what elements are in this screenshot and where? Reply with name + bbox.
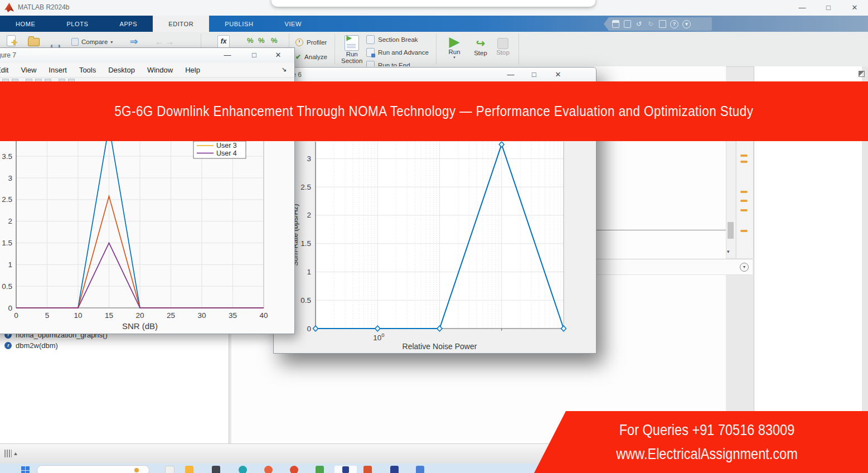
run-button[interactable]: ▶ Run ▾ (443, 34, 465, 60)
ribbon-separator (334, 33, 335, 64)
y-tick-label: 0 (307, 325, 311, 333)
run-and-advance-button[interactable]: Run and Advance (366, 48, 429, 57)
wrap-comments-icon[interactable]: % (271, 36, 278, 45)
taskbar-app-orange[interactable] (264, 466, 273, 473)
editor-scrollbar[interactable] (726, 141, 735, 258)
figure7-close-button[interactable]: ✕ (270, 49, 287, 61)
taskbar-matlab-app[interactable] (390, 466, 399, 473)
x-tick-label: 40 (259, 311, 268, 320)
uncomment-icon[interactable]: % (258, 36, 265, 45)
menu-help[interactable]: Help (185, 66, 200, 74)
legend-label: User 3 (216, 142, 237, 149)
menu-view[interactable]: View (21, 66, 36, 74)
figure6-maximize-button[interactable]: □ (526, 69, 542, 81)
dock-icon[interactable] (859, 71, 865, 77)
figure6-chart: 00.511.522.53100Relative Noise PowerSum-… (274, 142, 596, 353)
menu-window[interactable]: Window (147, 66, 173, 74)
taskbar-active-app[interactable] (334, 466, 357, 473)
taskbar-start[interactable] (21, 466, 30, 473)
status-grip-icon[interactable] (4, 450, 12, 457)
tab-plots[interactable]: PLOTS (51, 16, 104, 32)
back-icon[interactable]: ← (155, 37, 163, 46)
quick-dropdown-icon[interactable]: ▾ (682, 20, 691, 28)
taskbar-app-teal[interactable] (239, 466, 247, 473)
taskbar-app-green[interactable] (316, 466, 324, 473)
profiler-button[interactable]: Profiler (295, 38, 327, 46)
analyzer-mark[interactable] (740, 155, 748, 157)
tab-view[interactable]: VIEW (269, 16, 317, 32)
menu-edit[interactable]: Edit (0, 66, 8, 74)
stop-icon (497, 38, 508, 49)
taskbar-file-explorer[interactable] (185, 466, 193, 473)
open-button[interactable] (28, 38, 40, 46)
collapse-pane-icon[interactable]: ▾ (740, 263, 749, 272)
analyzer-mark[interactable] (740, 200, 748, 202)
profiler-icon (295, 38, 303, 46)
tab-home[interactable]: HOME (0, 16, 51, 32)
figure6-close-button[interactable]: ✕ (550, 69, 566, 81)
figure7-minimize-button[interactable]: — (219, 49, 236, 61)
undo-icon[interactable]: ↺ (635, 20, 643, 28)
figure7-maximize-button[interactable]: □ (246, 49, 263, 61)
tab-publish[interactable]: PUBLISH (209, 16, 269, 32)
contact-phone: For Queries +91 70516 83009 (594, 421, 819, 439)
analyzer-mark[interactable] (740, 161, 748, 163)
analyzer-mark[interactable] (740, 230, 748, 232)
menu-overflow-icon[interactable]: ↘ (282, 66, 287, 73)
compare-button[interactable]: Compare ▾ (71, 38, 113, 46)
minimize-button[interactable]: — (793, 1, 812, 15)
insert-function-icon[interactable]: fx (217, 35, 230, 49)
window-layout-icon[interactable] (658, 20, 666, 28)
menu-desktop[interactable]: Desktop (108, 66, 135, 74)
tab-editor[interactable]: EDITOR (153, 16, 209, 32)
x-tick-label: 10 (74, 311, 82, 320)
taskbar-app-dark[interactable] (212, 466, 220, 473)
figure6-titlebar[interactable]: Figure 6 — □ ✕ (274, 67, 596, 83)
maximize-button[interactable]: □ (819, 1, 838, 15)
taskbar-search-pill[interactable] (37, 465, 149, 473)
help-icon[interactable]: ? (670, 20, 678, 28)
step-button[interactable]: ↪ Step (470, 37, 491, 56)
stop-button[interactable]: Stop (493, 38, 513, 56)
redo-icon[interactable]: ↻ (647, 20, 654, 28)
y-tick-label: 2 (8, 217, 12, 225)
function-icon: f (4, 342, 12, 349)
analyzer-mark[interactable] (740, 209, 748, 211)
taskbar-app-dots-red[interactable] (363, 466, 372, 473)
menu-insert[interactable]: Insert (49, 66, 67, 74)
contact-website: www.ElectricalAssignment.com (594, 445, 819, 463)
title-banner: 5G-6G Downlink Enhancement Through NOMA … (0, 81, 868, 141)
section-break-button[interactable]: Section Break (366, 35, 418, 44)
figure7-titlebar[interactable]: Figure 7 — □ ✕ (0, 48, 294, 64)
list-item[interactable]: fdbm2w(dbm) (4, 341, 58, 350)
figure7-title: Figure 7 (0, 51, 16, 59)
ribbon-shape (534, 411, 868, 473)
comment-icon[interactable]: % (247, 36, 254, 45)
legend-label: User 4 (216, 149, 237, 157)
menu-tools[interactable]: Tools (79, 66, 96, 74)
ribbon-tabs: HOMEPLOTSAPPSEDITORPUBLISHVIEW (0, 16, 317, 32)
tab-apps[interactable]: APPS (104, 16, 153, 32)
forward-icon[interactable]: → (166, 37, 174, 46)
scrollbar-thumb[interactable] (728, 222, 734, 239)
analyzer-mark[interactable] (740, 191, 748, 193)
figure6-minimize-button[interactable]: — (502, 69, 519, 81)
x-tick-label: 0 (14, 311, 18, 320)
scrollbar-down-icon[interactable]: ▾ (727, 249, 730, 254)
new-script-button[interactable]: + (7, 35, 16, 46)
run-section-button[interactable]: Run Section (341, 35, 362, 64)
analyze-button[interactable]: ✔ Analyze (295, 53, 327, 61)
close-button[interactable]: ✕ (845, 1, 864, 15)
taskbar-app-red[interactable] (290, 466, 298, 473)
y-tick-label: 3.5 (2, 152, 12, 161)
profiler-label: Profiler (307, 39, 327, 46)
y-tick-label: 0 (8, 304, 12, 312)
taskbar-app-light[interactable] (165, 466, 174, 473)
copy-icon[interactable] (612, 20, 619, 28)
paste-icon[interactable] (623, 20, 631, 28)
x-tick-label: 15 (105, 311, 113, 320)
taskbar-app-dots-blue[interactable] (416, 466, 424, 473)
step-label: Step (470, 50, 491, 56)
compare-dropdown-icon: ▾ (110, 40, 113, 45)
goto-icon[interactable]: ⇒ (130, 36, 138, 47)
